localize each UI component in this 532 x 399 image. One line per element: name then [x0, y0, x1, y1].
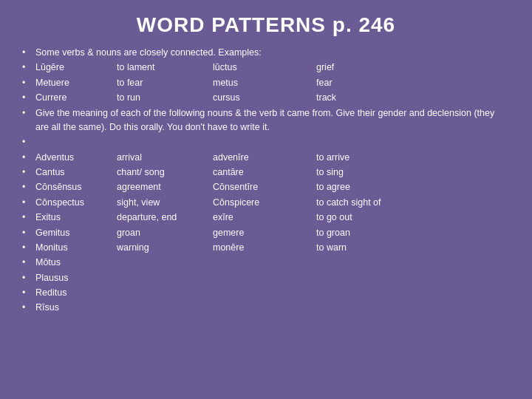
- verb-latin-col: monēre: [213, 241, 316, 255]
- bullet-text: Metuere to fear metus fear: [35, 76, 510, 90]
- bullet-char: •: [22, 106, 35, 135]
- bullet-char: •: [22, 46, 35, 60]
- noun-col: Cōnsēnsus: [35, 180, 117, 194]
- row-content: Plausus: [35, 271, 510, 285]
- verb-english-col: to arrive: [316, 151, 405, 165]
- bullet-char: •: [22, 196, 35, 210]
- noun-col: Reditus: [35, 286, 117, 300]
- verb-english-col: to go out: [316, 211, 405, 225]
- noun-col: Adventus: [35, 151, 117, 165]
- bullet-char: •: [22, 256, 35, 270]
- row-content: Mōtus: [35, 256, 510, 270]
- row-content: Cantuschant/ songcantāreto sing: [35, 166, 510, 180]
- words-table: •Adventusarrivaladvenīreto arrive•Cantus…: [22, 151, 510, 316]
- meaning-col: [117, 286, 213, 300]
- list-item: • Currere to run cursus track: [22, 91, 510, 105]
- meaning-col: chant/ song: [117, 166, 213, 180]
- meaning-col: [117, 256, 213, 270]
- bullet-char: •: [22, 61, 35, 75]
- list-item: • Give the meaning of each of the follow…: [22, 106, 510, 135]
- give-meaning-text: Give the meaning of each of the followin…: [35, 106, 510, 135]
- table-row: •CōnsēnsusagreementCōnsentīreto agree: [22, 180, 510, 194]
- word-grief: grief: [316, 61, 383, 75]
- bullet-char: •: [22, 301, 35, 315]
- word-currere: Currere: [35, 91, 117, 105]
- list-item: • Metuere to fear metus fear: [22, 76, 510, 90]
- verb-latin-col: Cōnsentīre: [213, 180, 316, 194]
- table-row: •Cantuschant/ songcantāreto sing: [22, 166, 510, 180]
- verb-english-col: [316, 286, 405, 300]
- table-row: •Rīsus: [22, 301, 510, 315]
- noun-col: Monitus: [35, 241, 117, 255]
- table-row: •Gemitusgroangemereto groan: [22, 226, 510, 240]
- verb-latin-col: [213, 256, 316, 270]
- bullet-char: •: [22, 271, 35, 285]
- table-row: •Exitusdeparture, endexīreto go out: [22, 211, 510, 225]
- list-item: • Some verbs & nouns are closely connect…: [22, 46, 510, 60]
- list-item: •: [22, 135, 510, 149]
- bullet-char: •: [22, 166, 35, 180]
- row-content: Rīsus: [35, 301, 510, 315]
- meaning-col: [117, 301, 213, 315]
- verb-english-col: to agree: [316, 180, 405, 194]
- word-metuere: Metuere: [35, 76, 117, 90]
- word-tolament: to lament: [117, 61, 213, 75]
- page: WORD PATTERNS p. 246 • Some verbs & noun…: [0, 0, 532, 399]
- row-content: Exitusdeparture, endexīreto go out: [35, 211, 510, 225]
- noun-col: Gemitus: [35, 226, 117, 240]
- empty-line: [35, 135, 510, 149]
- meaning-col: [117, 271, 213, 285]
- verb-latin-col: Cōnspicere: [213, 196, 316, 210]
- noun-col: Cantus: [35, 166, 117, 180]
- table-row: •Monituswarningmonēreto warn: [22, 241, 510, 255]
- meaning-col: warning: [117, 241, 213, 255]
- meaning-col: sight, view: [117, 196, 213, 210]
- row-content: Cōnspectussight, viewCōnspicereto catch …: [35, 196, 510, 210]
- verb-english-col: [316, 256, 405, 270]
- row-content: Monituswarningmonēreto warn: [35, 241, 510, 255]
- word-luctus: lūctus: [213, 61, 316, 75]
- word-cursus: cursus: [213, 91, 316, 105]
- meaning-col: departure, end: [117, 211, 213, 225]
- verb-english-col: to warn: [316, 241, 405, 255]
- page-title: WORD PATTERNS p. 246: [22, 13, 510, 37]
- bullet-text: Currere to run cursus track: [35, 91, 510, 105]
- verb-english-col: to catch sight of: [316, 196, 405, 210]
- row-content: CōnsēnsusagreementCōnsentīreto agree: [35, 180, 510, 194]
- bullet-text: Lūgēre to lament lūctus grief: [35, 61, 510, 75]
- verb-english-col: to sing: [316, 166, 405, 180]
- bullet-text: Some verbs & nouns are closely connected…: [35, 46, 510, 60]
- word-metus: metus: [213, 76, 316, 90]
- noun-col: Exitus: [35, 211, 117, 225]
- row-content: Gemitusgroangemereto groan: [35, 226, 510, 240]
- meaning-col: agreement: [117, 180, 213, 194]
- table-row: •Reditus: [22, 286, 510, 300]
- word-fear: fear: [316, 76, 383, 90]
- bullet-char: •: [22, 180, 35, 194]
- verb-latin-col: exīre: [213, 211, 316, 225]
- noun-col: Mōtus: [35, 256, 117, 270]
- content-area: • Some verbs & nouns are closely connect…: [22, 46, 510, 316]
- verb-english-col: [316, 271, 405, 285]
- noun-col: Cōnspectus: [35, 196, 117, 210]
- verb-english-col: [316, 301, 405, 315]
- bullet-char: •: [22, 211, 35, 225]
- word-lugere: Lūgēre: [35, 61, 117, 75]
- word-tofear: to fear: [117, 76, 213, 90]
- meaning-col: arrival: [117, 151, 213, 165]
- verb-latin-col: gemere: [213, 226, 316, 240]
- meaning-col: groan: [117, 226, 213, 240]
- table-row: •Cōnspectussight, viewCōnspicereto catch…: [22, 196, 510, 210]
- verb-latin-col: [213, 271, 316, 285]
- table-row: •Adventusarrivaladvenīreto arrive: [22, 151, 510, 165]
- noun-col: Rīsus: [35, 301, 117, 315]
- bullet-char: •: [22, 135, 35, 149]
- bullet-char: •: [22, 76, 35, 90]
- bullet-char: •: [22, 286, 35, 300]
- verb-latin-col: cantāre: [213, 166, 316, 180]
- verb-latin-col: advenīre: [213, 151, 316, 165]
- table-row: •Mōtus: [22, 256, 510, 270]
- bullet-char: •: [22, 226, 35, 240]
- verb-english-col: to groan: [316, 226, 405, 240]
- word-track: track: [316, 91, 383, 105]
